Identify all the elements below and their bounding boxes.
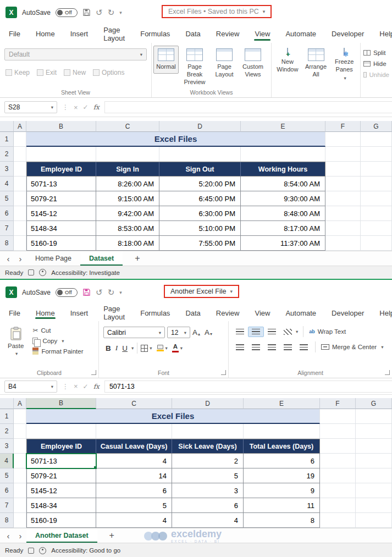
enter-icon[interactable]: ✓ xyxy=(83,383,89,390)
redo-icon[interactable]: ↻ xyxy=(108,288,115,297)
cell[interactable]: 8:26:00 AM xyxy=(96,177,159,191)
cell[interactable] xyxy=(320,513,356,528)
col-header-c[interactable]: C xyxy=(96,398,172,409)
macro-record-icon[interactable] xyxy=(28,548,34,554)
tab-developer[interactable]: Developer xyxy=(330,25,365,43)
cell[interactable] xyxy=(320,439,356,454)
table-header-cell[interactable]: Employee ID xyxy=(26,439,96,454)
cell[interactable]: 4 xyxy=(96,513,172,528)
decrease-indent-button[interactable] xyxy=(280,342,296,352)
hide-button[interactable]: Hide xyxy=(361,58,392,69)
sheet-view-selector[interactable]: Default ▾ xyxy=(4,48,147,60)
tab-automate[interactable]: Automate xyxy=(284,305,317,321)
tab-page-layout[interactable]: Page Layout xyxy=(102,305,126,321)
cell[interactable] xyxy=(26,424,96,439)
cell[interactable]: 8:53:00 AM xyxy=(96,221,159,236)
cell[interactable]: 5160-19 xyxy=(26,236,96,251)
row-header-4[interactable]: 4 xyxy=(0,177,14,191)
cell[interactable]: 5 xyxy=(172,468,244,483)
insert-function-icon[interactable]: fx xyxy=(93,103,100,111)
select-all-corner[interactable] xyxy=(0,398,14,409)
page-break-preview-button[interactable]: Page Break Preview xyxy=(179,46,211,89)
split-button[interactable]: Split xyxy=(361,47,392,58)
cell[interactable]: 5145-12 xyxy=(26,206,96,221)
col-header-a[interactable]: A xyxy=(14,121,26,132)
tab-developer[interactable]: Developer xyxy=(330,305,365,321)
cell[interactable] xyxy=(14,498,26,513)
cell[interactable] xyxy=(14,177,26,191)
selected-cell-b4[interactable]: 5071-13 xyxy=(26,454,96,468)
next-sheet-icon[interactable]: › xyxy=(14,251,26,266)
col-header-d[interactable]: D xyxy=(159,121,241,132)
cell[interactable] xyxy=(14,424,26,439)
row-header-8[interactable]: 8 xyxy=(0,513,14,528)
document-title[interactable]: Excel Files • Saved to this PC ▾ xyxy=(162,5,272,18)
cell[interactable] xyxy=(361,177,392,191)
cell[interactable]: 5148-34 xyxy=(26,221,96,236)
cell[interactable]: 5 xyxy=(96,498,172,513)
cell[interactable]: 7:55:00 PM xyxy=(159,236,241,251)
tab-data[interactable]: Data xyxy=(184,25,201,43)
cell[interactable]: 3 xyxy=(172,483,244,498)
cell[interactable] xyxy=(361,206,392,221)
undo-icon[interactable]: ↺ xyxy=(96,288,103,297)
col-header-b[interactable]: B xyxy=(26,398,96,409)
merge-center-button[interactable]: Merge & Center▾ xyxy=(319,343,385,351)
cell[interactable] xyxy=(14,513,26,528)
autosave-toggle[interactable]: Off xyxy=(56,8,78,17)
cell[interactable] xyxy=(325,177,361,191)
cell[interactable] xyxy=(14,147,26,162)
font-dialog-launcher[interactable] xyxy=(221,370,226,375)
cell[interactable] xyxy=(325,162,361,177)
cell[interactable]: 5:10:00 PM xyxy=(159,221,241,236)
cell[interactable] xyxy=(14,483,26,498)
cell[interactable] xyxy=(14,468,26,483)
accessibility-status[interactable]: Accessibility: Good to go xyxy=(51,547,120,554)
cell[interactable]: 8:18:00 AM xyxy=(96,236,159,251)
table-header-cell[interactable]: Sign In xyxy=(96,162,159,177)
tab-insert[interactable]: Insert xyxy=(69,305,90,321)
align-right-button[interactable] xyxy=(264,342,280,352)
select-all-corner[interactable] xyxy=(0,121,14,132)
row-header-3[interactable]: 3 xyxy=(0,162,14,177)
align-center-button[interactable] xyxy=(248,342,264,352)
table-header-cell[interactable]: Working Hours xyxy=(241,162,325,177)
cell[interactable] xyxy=(14,236,26,251)
underline-button[interactable]: U xyxy=(120,344,130,352)
col-header-g[interactable]: G xyxy=(356,398,392,409)
accessibility-status[interactable]: Accessibility: Investigate xyxy=(51,269,120,276)
cell[interactable] xyxy=(14,132,26,147)
format-painter-button[interactable]: Format Painter xyxy=(31,346,84,356)
borders-icon[interactable] xyxy=(141,345,148,352)
italic-button[interactable]: I xyxy=(113,344,120,352)
cell[interactable] xyxy=(320,409,356,424)
cell[interactable] xyxy=(361,147,392,162)
orientation-button[interactable]: ▾ xyxy=(280,327,300,337)
cell[interactable] xyxy=(14,191,26,206)
row-header-7[interactable]: 7 xyxy=(0,221,14,236)
tab-help[interactable]: Help xyxy=(378,305,392,321)
new-window-button[interactable]: New Window xyxy=(273,46,302,76)
cell[interactable] xyxy=(241,147,325,162)
align-middle-button[interactable] xyxy=(248,327,264,337)
cell[interactable] xyxy=(356,454,392,468)
increase-font-button[interactable]: A▴ xyxy=(190,328,202,337)
row-header-2[interactable]: 2 xyxy=(0,424,14,439)
row-header-7[interactable]: 7 xyxy=(0,498,14,513)
row-header-5[interactable]: 5 xyxy=(0,191,14,206)
font-color-button[interactable]: A xyxy=(172,344,179,352)
cell[interactable] xyxy=(325,147,361,162)
col-header-b[interactable]: B xyxy=(26,121,96,132)
clipboard-dialog-launcher[interactable] xyxy=(91,370,96,375)
cell[interactable]: 5071-13 xyxy=(26,177,96,191)
cell[interactable] xyxy=(325,206,361,221)
cell[interactable] xyxy=(14,439,26,454)
cell[interactable] xyxy=(325,191,361,206)
page-layout-view-button[interactable]: Page Layout xyxy=(211,46,238,81)
cell[interactable]: 8:54:00 AM xyxy=(241,177,325,191)
cell[interactable] xyxy=(356,439,392,454)
tab-home[interactable]: Home xyxy=(35,25,56,43)
table-header-cell[interactable]: Total Leaves (Days) xyxy=(244,439,320,454)
cell[interactable]: 6 xyxy=(244,454,320,468)
cell[interactable]: 8:17:00 AM xyxy=(241,221,325,236)
